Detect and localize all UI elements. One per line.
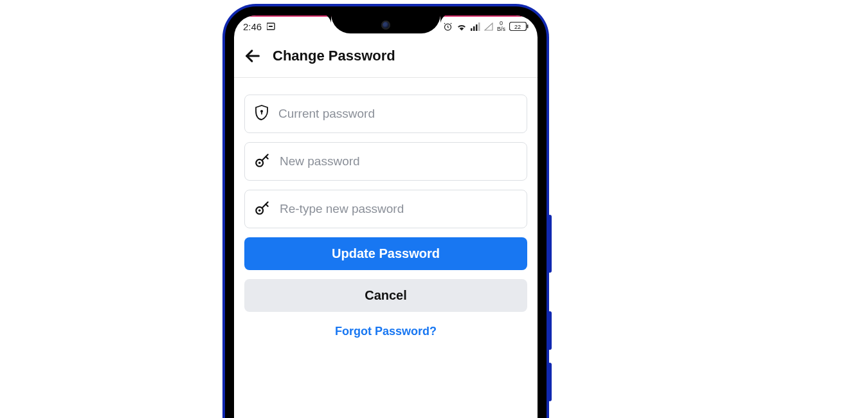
screen: 2:46 0 B/s: [234, 15, 538, 418]
svg-rect-11: [261, 112, 262, 114]
side-button: [548, 363, 552, 401]
side-button: [548, 311, 552, 350]
svg-rect-4: [473, 26, 475, 31]
retype-password-field-wrap[interactable]: [244, 190, 527, 228]
signal-empty-icon: [484, 23, 493, 31]
current-password-input[interactable]: [278, 107, 518, 121]
svg-point-15: [258, 210, 260, 212]
page-title: Change Password: [273, 48, 395, 64]
notch: [331, 15, 440, 33]
front-camera: [381, 21, 390, 30]
svg-rect-3: [471, 28, 473, 31]
signal-icon: [471, 23, 480, 31]
wifi-icon: [457, 23, 467, 31]
svg-rect-6: [478, 23, 480, 31]
arrow-left-icon: [244, 47, 262, 65]
current-password-field-wrap[interactable]: [244, 95, 527, 133]
new-password-field-wrap[interactable]: [244, 142, 527, 181]
cancel-button[interactable]: Cancel: [244, 279, 527, 312]
retype-password-input[interactable]: [280, 202, 518, 216]
side-button: [548, 215, 552, 273]
new-password-input[interactable]: [280, 154, 518, 168]
forgot-password-link[interactable]: Forgot Password?: [244, 325, 527, 338]
svg-rect-1: [269, 26, 273, 27]
key-icon: [254, 152, 271, 171]
status-time: 2:46: [243, 21, 262, 32]
svg-rect-8: [527, 24, 529, 28]
phone-frame: 2:46 0 B/s: [225, 6, 547, 418]
back-button[interactable]: [243, 46, 262, 66]
data-rate: 0 B/s: [497, 21, 505, 32]
key-icon: [254, 199, 271, 219]
shield-lock-icon: [254, 104, 269, 123]
battery-icon: 22: [509, 22, 529, 31]
page-header: Change Password: [234, 35, 538, 78]
svg-rect-5: [476, 24, 478, 31]
svg-point-13: [258, 162, 260, 164]
battery-text: 22: [514, 24, 521, 30]
change-password-form: Update Password Cancel Forgot Password?: [234, 78, 538, 338]
app-indicator-icon: [267, 22, 277, 31]
update-password-button[interactable]: Update Password: [244, 237, 527, 270]
